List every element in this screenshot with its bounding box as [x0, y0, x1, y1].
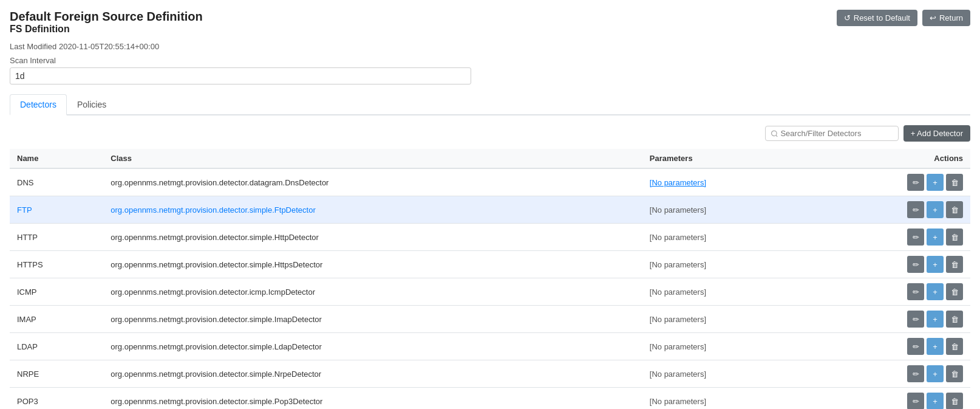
cell-class: org.opennms.netmgt.provision.detector.si… — [103, 251, 642, 278]
cell-actions: ✏+🗑 — [807, 278, 970, 306]
detectors-table: Name Class Parameters Actions DNSorg.ope… — [10, 149, 970, 409]
cell-name: HTTPS — [10, 251, 103, 278]
table-row: IMAPorg.opennms.netmgt.provision.detecto… — [10, 306, 970, 333]
delete-button[interactable]: 🗑 — [946, 338, 963, 355]
clone-button[interactable]: + — [927, 201, 944, 218]
table-row: POP3org.opennms.netmgt.provision.detecto… — [10, 388, 970, 410]
cell-name: HTTP — [10, 224, 103, 251]
cell-parameters: [No parameters] — [642, 306, 807, 333]
cell-actions: ✏+🗑 — [807, 333, 970, 360]
edit-button[interactable]: ✏ — [907, 229, 924, 246]
cell-name: POP3 — [10, 388, 103, 410]
delete-button[interactable]: 🗑 — [946, 311, 963, 328]
last-modified-timestamp: 2020-11-05T20:55:14+00:00 — [59, 42, 159, 51]
cell-name: FTP — [10, 196, 103, 224]
add-detector-button[interactable]: + Add Detector — [903, 125, 970, 142]
cell-actions: ✏+🗑 — [807, 360, 970, 388]
edit-button[interactable]: ✏ — [907, 393, 924, 409]
table-row: NRPEorg.opennms.netmgt.provision.detecto… — [10, 360, 970, 388]
clone-button[interactable]: + — [927, 256, 944, 273]
cell-actions: ✏+🗑 — [807, 224, 970, 251]
cell-name: IMAP — [10, 306, 103, 333]
clone-button[interactable]: + — [927, 365, 944, 382]
delete-button[interactable]: 🗑 — [946, 393, 963, 409]
table-row: HTTPorg.opennms.netmgt.provision.detecto… — [10, 224, 970, 251]
page-subtitle: FS Definition — [10, 24, 203, 35]
col-name: Name — [10, 149, 103, 168]
clone-button[interactable]: + — [927, 338, 944, 355]
table-row: HTTPSorg.opennms.netmgt.provision.detect… — [10, 251, 970, 278]
clone-button[interactable]: + — [927, 311, 944, 328]
table-row: DNSorg.opennms.netmgt.provision.detector… — [10, 168, 970, 196]
cell-class: org.opennms.netmgt.provision.detector.si… — [103, 360, 642, 388]
cell-parameters: [No parameters] — [642, 388, 807, 410]
delete-button[interactable]: 🗑 — [946, 174, 963, 191]
cell-parameters: [No parameters] — [642, 196, 807, 224]
cell-name: LDAP — [10, 333, 103, 360]
cell-parameters: [No parameters] — [642, 168, 807, 196]
cell-class: org.opennms.netmgt.provision.detector.si… — [103, 306, 642, 333]
delete-button[interactable]: 🗑 — [946, 283, 963, 300]
edit-button[interactable]: ✏ — [907, 283, 924, 300]
svg-point-0 — [771, 131, 777, 136]
reset-icon: ↺ — [844, 13, 851, 22]
cell-class: org.opennms.netmgt.provision.detector.si… — [103, 196, 642, 224]
table-row: FTPorg.opennms.netmgt.provision.detector… — [10, 196, 970, 224]
cell-class: org.opennms.netmgt.provision.detector.si… — [103, 333, 642, 360]
table-row: ICMPorg.opennms.netmgt.provision.detecto… — [10, 278, 970, 306]
cell-actions: ✏+🗑 — [807, 168, 970, 196]
tab-detectors[interactable]: Detectors — [10, 94, 67, 115]
tabs-container: Detectors Policies — [10, 94, 970, 115]
return-button[interactable]: ↩ Return — [922, 10, 970, 26]
delete-button[interactable]: 🗑 — [946, 229, 963, 246]
cell-name: ICMP — [10, 278, 103, 306]
detector-class-link[interactable]: org.opennms.netmgt.provision.detector.si… — [111, 205, 315, 215]
clone-button[interactable]: + — [927, 229, 944, 246]
table-row: LDAPorg.opennms.netmgt.provision.detecto… — [10, 333, 970, 360]
cell-actions: ✏+🗑 — [807, 196, 970, 224]
cell-parameters: [No parameters] — [642, 224, 807, 251]
edit-button[interactable]: ✏ — [907, 311, 924, 328]
reset-to-default-button[interactable]: ↺ Reset to Default — [837, 10, 917, 26]
last-modified-label: Last Modified — [10, 42, 56, 51]
edit-button[interactable]: ✏ — [907, 174, 924, 191]
cell-actions: ✏+🗑 — [807, 306, 970, 333]
svg-line-1 — [776, 135, 777, 136]
clone-button[interactable]: + — [927, 283, 944, 300]
edit-button[interactable]: ✏ — [907, 201, 924, 218]
scan-interval-label: Scan Interval — [10, 56, 471, 65]
cell-name: NRPE — [10, 360, 103, 388]
delete-button[interactable]: 🗑 — [946, 365, 963, 382]
edit-button[interactable]: ✏ — [907, 365, 924, 382]
tab-policies[interactable]: Policies — [67, 94, 117, 115]
delete-button[interactable]: 🗑 — [946, 256, 963, 273]
cell-class: org.opennms.netmgt.provision.detector.da… — [103, 168, 642, 196]
clone-button[interactable]: + — [927, 393, 944, 409]
cell-class: org.opennms.netmgt.provision.detector.si… — [103, 224, 642, 251]
cell-class: org.opennms.netmgt.provision.detector.ic… — [103, 278, 642, 306]
col-class: Class — [103, 149, 642, 168]
clone-button[interactable]: + — [927, 174, 944, 191]
cell-parameters: [No parameters] — [642, 360, 807, 388]
cell-parameters: [No parameters] — [642, 333, 807, 360]
cell-actions: ✏+🗑 — [807, 251, 970, 278]
scan-interval-input[interactable] — [10, 67, 471, 84]
detector-name-link[interactable]: FTP — [17, 205, 32, 215]
cell-class: org.opennms.netmgt.provision.detector.si… — [103, 388, 642, 410]
cell-name: DNS — [10, 168, 103, 196]
col-parameters: Parameters — [642, 149, 807, 168]
search-icon — [771, 129, 778, 138]
search-wrapper — [765, 126, 899, 141]
cell-parameters: [No parameters] — [642, 251, 807, 278]
search-input[interactable] — [780, 129, 893, 138]
edit-button[interactable]: ✏ — [907, 338, 924, 355]
edit-button[interactable]: ✏ — [907, 256, 924, 273]
parameters-link[interactable]: [No parameters] — [650, 178, 706, 187]
add-detector-label: + Add Detector — [911, 129, 963, 138]
delete-button[interactable]: 🗑 — [946, 201, 963, 218]
col-actions: Actions — [807, 149, 970, 168]
return-icon: ↩ — [930, 13, 936, 22]
page-title: Default Foreign Source Definition — [10, 10, 203, 24]
cell-actions: ✏+🗑 — [807, 388, 970, 410]
cell-parameters: [No parameters] — [642, 278, 807, 306]
